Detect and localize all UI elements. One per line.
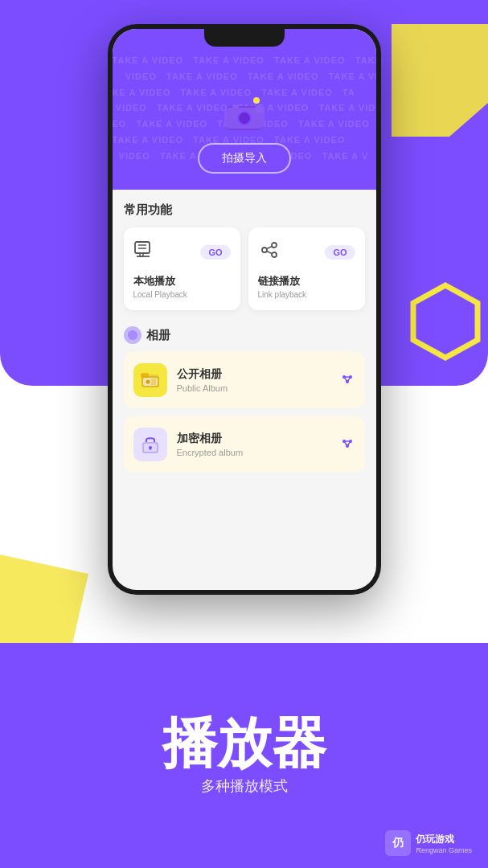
svg-rect-33 [150, 448, 151, 450]
encrypted-album-icon [133, 428, 167, 461]
svg-point-13 [272, 243, 277, 248]
import-button[interactable]: 拍摄导入 [198, 143, 291, 174]
svg-rect-7 [135, 242, 150, 253]
public-album-text: 公开相册 Public Album [177, 367, 339, 393]
common-functions-title: 常用功能 [124, 203, 365, 218]
svg-line-37 [344, 441, 347, 446]
public-album-icon [133, 363, 167, 397]
local-playback-card-top: GO [133, 239, 231, 266]
camera-dot [253, 97, 260, 104]
app-title: 播放器 [162, 715, 326, 770]
svg-point-14 [272, 252, 277, 257]
brand-name-cn: 仍玩游戏 [416, 833, 472, 846]
brand-text: 仍玩游戏 Rengwan Games [416, 833, 472, 854]
phone-notch [204, 29, 285, 47]
link-playback-card-top: GO [258, 239, 355, 266]
svg-line-16 [267, 252, 272, 254]
app-subtitle: 多种播放模式 [201, 776, 288, 796]
brand-name-en: Rengwan Games [416, 846, 472, 854]
svg-line-38 [347, 441, 351, 446]
public-album-name: 公开相册 [177, 367, 339, 382]
deco-hex-outline [409, 281, 482, 362]
encrypted-album-item[interactable]: 加密相册 Encrypted album [124, 416, 365, 473]
svg-rect-5 [255, 106, 265, 113]
svg-rect-23 [141, 373, 149, 378]
link-playback-name: 链接播放 [258, 274, 355, 289]
public-album-item[interactable]: 公开相册 Public Album [124, 352, 365, 408]
link-go-button[interactable]: GO [325, 245, 355, 260]
svg-point-17 [128, 330, 137, 340]
svg-marker-22 [151, 379, 156, 385]
func-cards-row: GO 本地播放 Local Playback [124, 227, 365, 310]
svg-rect-6 [232, 104, 239, 108]
phone-frame: TAKE A VIDEO TAKE A VIDEO TAKE A VIDEO T… [108, 24, 381, 595]
encrypted-album-text: 加密相册 Encrypted album [177, 432, 339, 457]
local-playback-card[interactable]: GO 本地播放 Local Playback [124, 227, 240, 310]
local-playback-icon [133, 239, 156, 266]
public-album-arrow [339, 371, 355, 391]
phone-screen: TAKE A VIDEO TAKE A VIDEO TAKE A VIDEO T… [113, 29, 376, 590]
album-title: 相册 [146, 328, 170, 343]
link-playback-icon [258, 239, 281, 266]
app-content[interactable]: TAKE A VIDEO TAKE A VIDEO TAKE A VIDEO T… [113, 29, 376, 590]
brand-logo: 仍 [385, 830, 411, 856]
encrypted-album-arrow [339, 435, 355, 455]
local-go-button[interactable]: GO [200, 245, 230, 260]
svg-line-28 [347, 377, 351, 382]
branding: 仍 仍玩游戏 Rengwan Games [385, 830, 472, 856]
encrypted-album-subtitle: Encrypted album [177, 448, 339, 457]
link-playback-card[interactable]: GO 链接播放 Link playback [248, 227, 365, 310]
encrypted-album-name: 加密相册 [177, 432, 339, 446]
svg-point-21 [146, 380, 150, 384]
svg-line-15 [267, 247, 272, 249]
svg-marker-0 [413, 285, 478, 358]
svg-point-12 [262, 248, 267, 252]
public-album-subtitle: Public Album [177, 383, 339, 393]
svg-line-27 [344, 377, 347, 382]
album-title-icon [124, 326, 141, 344]
album-section-header: 相册 [124, 326, 365, 344]
camera-icon-wrapper [223, 100, 266, 137]
camera-icon [223, 100, 266, 133]
link-playback-subtitle: Link playback [258, 290, 355, 299]
svg-point-4 [239, 113, 250, 124]
app-body: 常用功能 [113, 190, 376, 493]
app-banner: TAKE A VIDEO TAKE A VIDEO TAKE A VIDEO T… [113, 29, 376, 190]
bottom-section: 播放器 多种播放模式 仍 仍玩游戏 Rengwan Games [0, 643, 488, 868]
local-playback-subtitle: Local Playback [133, 290, 231, 299]
local-playback-name: 本地播放 [133, 274, 231, 289]
